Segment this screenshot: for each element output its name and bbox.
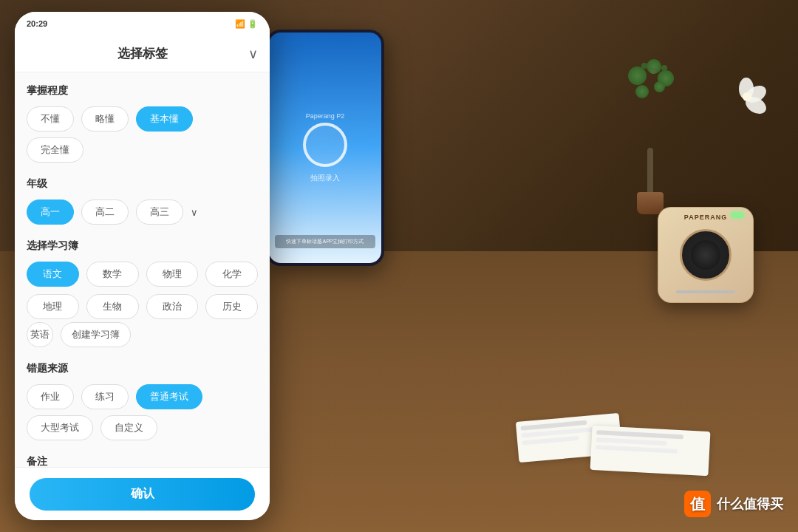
error-source-row-2: 大型考试 自定义 [27, 415, 258, 440]
wifi-icon: 📶 [235, 19, 245, 29]
plant-decoration [606, 59, 695, 207]
printer-paper-slot [676, 290, 735, 293]
leaf-4 [635, 85, 649, 98]
bg-phone-camera-icon [303, 123, 347, 167]
mastery-title: 掌握程度 [27, 84, 258, 98]
status-icons: 📶 🔋 [235, 19, 258, 29]
watermark-logo: 值 [684, 491, 711, 517]
printer-power-light [731, 212, 744, 218]
create-notebook-button[interactable]: 创建学习簿 [61, 322, 131, 347]
paper-line [596, 445, 678, 454]
subject-politics[interactable]: 政治 [146, 294, 199, 319]
error-source-custom[interactable]: 自定义 [100, 415, 157, 440]
bg-phone-label: 拍照录入 [310, 173, 340, 183]
bg-phone-footer: 快速下单标话题APP立抽打印方式 [275, 235, 375, 248]
bg-phone-top-bar: Paperang P2 [306, 112, 345, 120]
app-header: 选择标签 ∨ [15, 35, 270, 72]
error-source-exercise[interactable]: 练习 [81, 384, 129, 409]
notebook-section: 选择学习簿 语文 数学 物理 化学 地理 生物 政治 历史 英语 创建学习簿 [27, 239, 258, 347]
printer-lens [680, 229, 732, 281]
error-source-title: 错题来源 [27, 362, 258, 375]
subject-math[interactable]: 数学 [86, 262, 139, 287]
subject-chinese[interactable]: 语文 [27, 262, 79, 287]
subject-geography[interactable]: 地理 [27, 294, 79, 319]
mastery-option-3[interactable]: 完全懂 [27, 137, 83, 163]
subject-physics[interactable]: 物理 [146, 262, 199, 287]
leaf-5 [654, 81, 665, 92]
error-source-big-exam[interactable]: 大型考试 [27, 415, 93, 440]
grade-title: 年级 [27, 177, 258, 191]
berry-2 [650, 68, 656, 74]
content-area[interactable]: 掌握程度 不懂 略懂 基本懂 完全懂 年级 高一 高二 高三 ∨ [15, 72, 270, 467]
confirm-area: 确认 [15, 467, 270, 520]
plant-leaves [621, 59, 680, 148]
notes-section: 备注 [27, 455, 258, 467]
subjects-grid: 语文 数学 物理 化学 地理 生物 政治 历史 [27, 262, 258, 319]
grade-chevron-icon: ∨ [191, 207, 198, 218]
mastery-option-2[interactable]: 基本懂 [136, 106, 193, 132]
header-title: 选择标签 [117, 45, 168, 62]
mastery-tags-row-2: 完全懂 [27, 137, 258, 163]
paperang-printer: PAPERANG [658, 207, 754, 303]
printer-brand-label: PAPERANG [684, 214, 727, 221]
grade-option-1[interactable]: 高二 [81, 200, 129, 225]
grade-option-2[interactable]: 高三 [136, 200, 183, 225]
watermark-text: 什么值得买 [717, 495, 783, 513]
paper-line [596, 437, 667, 446]
grade-more-button[interactable]: ∨ [191, 207, 198, 218]
watermark: 值 什么值得买 [684, 491, 783, 517]
notebook-title: 选择学习簿 [27, 239, 258, 253]
header-chevron-icon[interactable]: ∨ [248, 46, 258, 62]
grade-option-0[interactable]: 高一 [27, 200, 74, 225]
grade-row: 高一 高二 高三 ∨ [27, 200, 258, 225]
battery-icon: 🔋 [248, 19, 258, 29]
subject-biology[interactable]: 生物 [86, 294, 139, 319]
mastery-option-0[interactable]: 不懂 [27, 106, 74, 132]
flower-center [743, 92, 751, 101]
grade-section: 年级 高一 高二 高三 ∨ [27, 177, 258, 225]
phone-ui: 20:29 📶 🔋 选择标签 ∨ 掌握程度 不懂 略懂 基本懂 完全懂 年级 [15, 12, 270, 520]
confirm-button[interactable]: 确认 [30, 478, 255, 511]
berry-1 [641, 63, 647, 69]
paper-slip-2-content [590, 426, 711, 476]
bg-phone-screen: Paperang P2 拍照录入 快速下单标话题APP立抽打印方式 [269, 33, 381, 263]
mastery-option-1[interactable]: 略懂 [81, 106, 129, 132]
error-source-section: 错题来源 作业 练习 普通考试 大型考试 自定义 [27, 362, 258, 440]
plant-vase [637, 192, 664, 214]
decor-area: Paperang P2 拍照录入 快速下单标话题APP立抽打印方式 [251, 0, 798, 532]
berry-3 [661, 65, 667, 71]
paper-line [522, 436, 579, 446]
error-source-homework[interactable]: 作业 [27, 384, 74, 409]
mastery-section: 掌握程度 不懂 略懂 基本懂 完全懂 [27, 84, 258, 163]
subject-history[interactable]: 历史 [205, 294, 258, 319]
paper-slip-2 [590, 426, 711, 476]
leaf-1 [628, 66, 647, 85]
status-bar: 20:29 📶 🔋 [15, 12, 270, 35]
subject-english[interactable]: 英语 [27, 322, 53, 347]
status-time: 20:29 [27, 19, 47, 28]
extra-subjects-row: 英语 创建学习簿 [27, 322, 258, 347]
notes-title: 备注 [27, 455, 258, 467]
mastery-tags-row: 不懂 略懂 基本懂 [27, 106, 258, 132]
printer-lens-inner [691, 240, 720, 270]
subject-chemistry[interactable]: 化学 [205, 262, 258, 287]
background-phone: Paperang P2 拍照录入 快速下单标话题APP立抽打印方式 [266, 30, 384, 266]
error-source-exam[interactable]: 普通考试 [136, 384, 202, 409]
error-source-row-1: 作业 练习 普通考试 [27, 384, 258, 409]
